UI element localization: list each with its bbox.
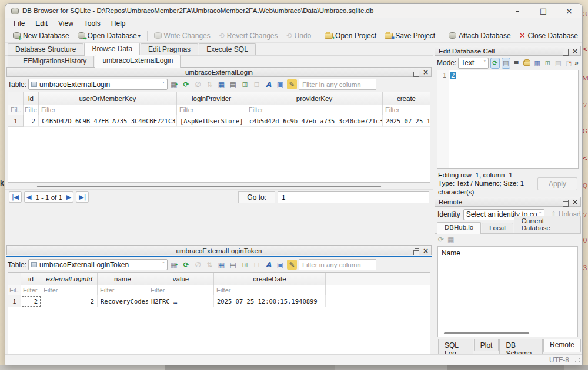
auto-apply-icon[interactable]: ⟳ [490,58,499,69]
image-mode-icon[interactable]: ▣ [275,79,285,89]
filter-any-column-input[interactable] [299,79,376,90]
open-project-button[interactable]: Open Project [320,31,380,41]
format-toolbar-icon[interactable]: A [263,79,273,89]
tab-dbhubio[interactable]: DBHub.io [437,222,481,234]
tab-efmigrationshistory[interactable]: __EFMigrationsHistory [8,55,94,67]
filter-input[interactable] [177,105,246,115]
tab-edit-pragmas[interactable]: Edit Pragmas [141,43,198,55]
previous-record-button[interactable]: ◀ [26,193,31,201]
filter-input[interactable] [214,285,325,295]
cell-createdate[interactable]: 2025-07-25 12: [383,115,430,127]
tab-umbracoexternallogin[interactable]: umbracoExternalLogin [95,55,181,68]
first-record-button[interactable]: |◀ [9,191,22,203]
table-select[interactable]: umbracoExternalLogin ˅ [28,79,168,90]
column-header-id[interactable]: id [21,273,41,285]
filter-input[interactable] [246,105,382,115]
delete-row-icon[interactable]: ⊟ [252,79,262,89]
panel1-horizontal-scrollbar[interactable] [9,184,429,189]
format-toolbar-icon[interactable]: A [263,260,273,270]
edit-cell-icon[interactable]: ✎ [287,260,297,270]
text-mode-icon[interactable]: ▤ [502,58,510,69]
column-header-userormemberkey[interactable]: userOrMemberKey [39,92,177,105]
column-header-name[interactable]: name [98,273,148,285]
column-header-value[interactable]: value [148,273,214,285]
apply-button[interactable]: Apply [537,177,577,190]
filter-input[interactable] [148,285,213,295]
column-header-externalloginid[interactable]: externalLoginId [41,273,98,285]
tab-current-database[interactable]: Current Database [514,216,581,233]
menu-file[interactable]: File [9,19,29,28]
insert-record-icon[interactable]: ▦• [169,79,179,89]
filter-input[interactable] [24,105,38,115]
insert-row-icon[interactable]: ⊞ [240,260,250,270]
remote-database-list[interactable]: Name [437,246,578,337]
list-column-name[interactable]: Name [438,247,577,257]
attach-database-button[interactable]: Attach Database [445,31,515,41]
table-row[interactable]: 1 2 C4B5D42D-6C9B-47EB-A735-3C40CBE721C3… [8,115,430,127]
cell-providerkey[interactable]: c4b5d42d-6c9b-47eb-a735-3c40cbe721c3 [246,115,383,127]
clone-database-icon[interactable]: ▦ [447,236,454,243]
cell-externalloginid[interactable]: 2 [41,295,98,307]
goto-button[interactable]: Go to: [238,191,275,203]
next-record-button[interactable]: ▶ [66,193,71,201]
float-panel-icon[interactable] [415,70,419,74]
cell-value[interactable]: H2FRC-… [148,295,214,307]
filter-input[interactable] [41,285,97,295]
table-select[interactable]: umbracoExternalLoginToken ˅ [28,259,168,270]
conditional-format-icon[interactable]: ⇅ [205,260,215,270]
filter-input-id[interactable] [8,285,21,295]
filter-input[interactable] [98,285,148,295]
float-panel-icon[interactable] [564,200,569,204]
remote-list-scrollbar[interactable] [439,331,576,336]
new-database-button[interactable]: New Database [9,31,74,41]
last-record-button[interactable]: ▶| [76,191,89,203]
filter-input[interactable] [383,105,430,115]
cell-id[interactable]: 2 [24,115,39,127]
image-mode-icon[interactable]: ▣ [275,260,285,270]
filter-any-column-input[interactable] [299,259,376,270]
column-header-id[interactable]: id [24,92,39,105]
refresh-icon[interactable]: ⟳ [181,260,191,270]
menu-edit[interactable]: Edit [31,19,52,28]
refresh-remote-icon[interactable]: ⟳ [438,236,444,243]
conditional-format-icon[interactable]: ⇅ [205,79,215,89]
cell-editor[interactable]: 1 2 [437,70,579,169]
filter-input[interactable] [39,105,176,115]
word-wrap-icon[interactable]: ≣ [512,58,521,69]
corner-header[interactable] [8,273,21,285]
filter-input-id[interactable] [8,105,23,115]
print-icon[interactable]: ▤ [228,79,238,89]
cell-userormemberkey[interactable]: C4B5D42D-6C9B-47EB-A735-3C40CBE721C3 [39,115,177,127]
filter-input[interactable] [21,285,41,295]
remote-header[interactable]: Remote × [435,197,581,207]
save-results-icon[interactable]: ▦ [216,260,226,270]
table-row[interactable]: 1 2 2 RecoveryCodes H2FRC-… 2025-07-25 1… [8,295,430,307]
print-icon[interactable]: ▤ [228,260,238,270]
cell-loginprovider[interactable]: [AspNetUserStore] [177,115,246,127]
close-panel-icon[interactable]: × [572,48,578,55]
close-button[interactable]: × [556,4,582,18]
tab-local[interactable]: Local [482,223,513,233]
menu-view[interactable]: View [54,19,78,28]
goto-record-input[interactable] [278,191,429,203]
toolbar-overflow[interactable]: » [574,59,579,67]
encoding-indicator[interactable]: UTF-8 [549,356,569,364]
print-cell-icon[interactable]: ▤ [554,58,563,69]
panel2-header[interactable]: umbracoExternalLoginToken × [6,245,432,255]
tab-browse-data[interactable]: Browse Data [84,43,140,56]
column-header-providerkey[interactable]: providerKey [246,92,383,105]
column-header-createdate[interactable]: createDate [214,273,326,285]
close-panel-icon[interactable]: × [423,247,429,254]
save-results-icon[interactable]: ▦ [216,79,226,89]
open-database-button[interactable]: Open Database ▾ [74,31,145,41]
edit-cell-header[interactable]: Edit Database Cell × [435,46,581,56]
delete-row-icon[interactable]: ⊟ [252,260,262,270]
close-panel-icon[interactable]: × [572,199,578,206]
float-panel-icon[interactable] [415,248,419,253]
undo-button[interactable]: ⟲ Undo [282,31,316,41]
panel1-header[interactable]: umbracoExternalLogin × [6,67,432,77]
corner-header[interactable] [8,92,24,105]
insert-record-icon[interactable]: ▦• [169,260,179,270]
save-as-icon[interactable]: ⊞ [543,58,552,69]
row-number[interactable]: 1 [8,295,21,307]
